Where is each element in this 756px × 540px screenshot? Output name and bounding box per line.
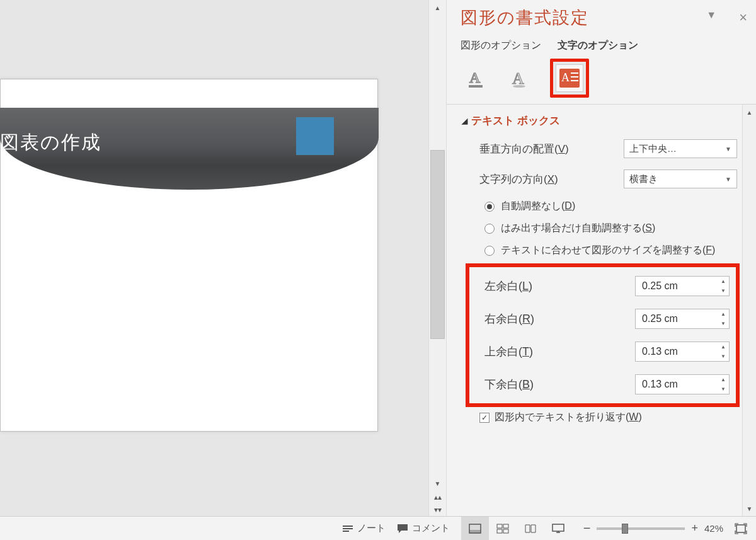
tab-shape-options[interactable]: 図形のオプション: [461, 39, 541, 52]
svg-text:A: A: [561, 71, 570, 84]
zoom-thumb[interactable]: [622, 524, 628, 534]
fit-to-window-button[interactable]: [735, 523, 747, 534]
next-slide-button[interactable]: ▾▾: [429, 503, 446, 516]
slide-title-text[interactable]: 図表の作成: [0, 130, 101, 156]
text-fill-outline-icon[interactable]: A: [464, 66, 490, 91]
svg-rect-19: [736, 525, 745, 532]
slideshow-button[interactable]: [544, 517, 572, 541]
slide-edit-area: 図表の作成: [0, 0, 428, 516]
svg-text:A: A: [512, 69, 524, 88]
scroll-down-button[interactable]: ▼: [429, 476, 446, 491]
chevron-down-icon: ▼: [725, 146, 731, 152]
wrap-text-checkbox[interactable]: ✓ 図形内でテキストを折り返す(W): [462, 411, 737, 424]
notes-button[interactable]: ノート: [342, 522, 386, 534]
margin-bottom-label: 下余白(B): [476, 377, 635, 392]
spin-up-icon[interactable]: ▲: [718, 309, 729, 319]
margin-left-label: 左余白(L): [476, 279, 635, 294]
svg-rect-18: [553, 524, 564, 531]
notes-icon: [342, 524, 353, 534]
textdir-label: 文字列の方向(X): [479, 172, 624, 187]
panel-scrollbar[interactable]: ▲ ▼: [742, 105, 756, 516]
svg-rect-11: [343, 531, 349, 532]
prev-slide-button[interactable]: ▴▴: [429, 491, 446, 503]
zoom-slider[interactable]: [597, 527, 685, 530]
margin-right-label: 右余白(R): [476, 311, 635, 326]
status-bar: ノート コメント − + 42%: [0, 516, 756, 540]
svg-rect-16: [497, 529, 502, 533]
panel-title: 図形の書式設定: [461, 6, 589, 29]
margin-right-input[interactable]: 0.25 cm▲▼: [635, 309, 730, 329]
svg-point-3: [513, 85, 525, 88]
spin-down-icon[interactable]: ▼: [718, 319, 729, 328]
spin-up-icon[interactable]: ▲: [718, 342, 729, 352]
normal-view-button[interactable]: [461, 517, 489, 541]
zoom-out-button[interactable]: −: [583, 521, 591, 536]
margin-top-input[interactable]: 0.13 cm▲▼: [635, 342, 730, 362]
radio-icon: [484, 246, 495, 256]
spin-down-icon[interactable]: ▼: [718, 384, 729, 394]
section-textbox-header[interactable]: ◢ テキスト ボックス: [462, 113, 737, 128]
svg-rect-8: [571, 80, 578, 81]
svg-rect-14: [497, 524, 502, 528]
radio-icon: [484, 224, 495, 234]
svg-rect-9: [343, 526, 353, 527]
collapse-icon: ◢: [462, 117, 467, 125]
margins-highlight: 左余白(L) 0.25 cm▲▼ 右余白(R) 0.25 cm▲▼ 上余白(T)…: [466, 263, 740, 407]
margin-left-input[interactable]: 0.25 cm▲▼: [635, 276, 730, 296]
svg-rect-15: [503, 524, 508, 528]
svg-text:A: A: [469, 69, 481, 86]
scroll-up-button[interactable]: ▲: [429, 0, 446, 15]
comment-icon: [397, 524, 408, 534]
svg-rect-6: [571, 72, 578, 74]
autofit-shrink-radio[interactable]: はみ出す場合だけ自動調整する(S): [462, 222, 737, 235]
spin-up-icon[interactable]: ▲: [718, 375, 729, 384]
slide-canvas[interactable]: 図表の作成: [0, 79, 378, 432]
chevron-down-icon: ▼: [725, 176, 731, 183]
text-effects-icon[interactable]: A: [507, 66, 532, 91]
autofit-none-radio[interactable]: 自動調整なし(D): [462, 200, 737, 213]
scroll-track[interactable]: [429, 15, 446, 476]
selected-shape[interactable]: [296, 117, 334, 155]
textdir-combo[interactable]: 横書き▼: [624, 169, 737, 188]
slide-sorter-button[interactable]: [489, 517, 517, 541]
comments-button[interactable]: コメント: [397, 522, 450, 534]
scroll-thumb[interactable]: [430, 150, 445, 339]
fit-icon: [735, 523, 747, 534]
checkbox-icon: ✓: [479, 413, 490, 423]
svg-rect-7: [571, 76, 578, 78]
autofit-resize-radio[interactable]: テキストに合わせて図形のサイズを調整する(F): [462, 244, 737, 257]
panel-options-button[interactable]: ▼: [706, 9, 716, 26]
zoom-level[interactable]: 42%: [704, 523, 723, 534]
radio-icon: [484, 202, 495, 212]
zoom-in-button[interactable]: +: [691, 522, 698, 535]
tab-text-options[interactable]: 文字のオプション: [558, 39, 638, 52]
svg-rect-1: [469, 85, 483, 88]
spin-up-icon[interactable]: ▲: [718, 277, 729, 286]
svg-rect-10: [343, 528, 353, 529]
scroll-down-button[interactable]: ▼: [743, 501, 756, 516]
margin-bottom-input[interactable]: 0.13 cm▲▼: [635, 374, 730, 394]
reading-view-button[interactable]: [517, 517, 544, 541]
margin-top-label: 上余白(T): [476, 344, 635, 359]
spin-down-icon[interactable]: ▼: [718, 352, 729, 361]
svg-rect-13: [469, 530, 481, 533]
spin-down-icon[interactable]: ▼: [718, 286, 729, 296]
format-shape-panel: 図形の書式設定 ▼ × 図形のオプション 文字のオプション A A: [446, 0, 756, 516]
valign-combo[interactable]: 上下中央…▼: [624, 139, 737, 158]
panel-close-button[interactable]: ×: [739, 9, 747, 26]
svg-rect-17: [503, 529, 508, 533]
scroll-up-button[interactable]: ▲: [743, 105, 756, 120]
textbox-icon-selected[interactable]: A: [550, 59, 589, 98]
vertical-scrollbar[interactable]: ▲ ▼ ▴▴ ▾▾: [428, 0, 446, 516]
valign-label: 垂直方向の配置(V): [479, 142, 624, 156]
